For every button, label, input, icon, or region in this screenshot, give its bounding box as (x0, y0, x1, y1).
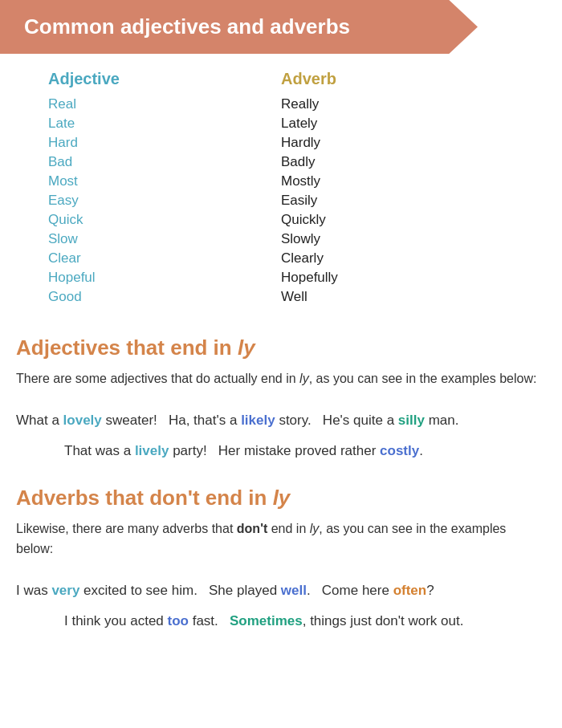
table-row: GoodWell (48, 287, 514, 307)
adverb-column-header: Adverb (281, 70, 514, 95)
adjective-cell: Slow (48, 230, 281, 249)
table-row: EasyEasily (48, 191, 514, 210)
section2-body: Likewise, there are many adverbs that do… (0, 519, 562, 571)
example-line-3: I was very excited to see him. She playe… (16, 577, 546, 604)
section1-body: There are some adjectives that do actual… (0, 368, 562, 401)
table-row: ClearClearly (48, 249, 514, 268)
adverb-cell: Hardly (281, 133, 514, 153)
word-table-section: Adjective Adverb RealReallyLateLatelyHar… (0, 70, 562, 323)
adjective-cell: Late (48, 114, 281, 133)
adverb-cell: Hopefully (281, 268, 514, 287)
table-row: QuickQuickly (48, 210, 514, 230)
word-often: often (393, 583, 427, 598)
adjective-cell: Good (48, 287, 281, 307)
section1-heading: Adjectives that end in ly (0, 323, 562, 368)
word-costly: costly (380, 443, 419, 458)
table-row: RealReally (48, 95, 514, 114)
word-well: well (281, 583, 307, 598)
word-silly: silly (398, 413, 425, 428)
adjective-cell: Bad (48, 153, 281, 172)
word-likely: likely (241, 413, 275, 428)
adverb-cell: Quickly (281, 210, 514, 230)
adverb-cell: Really (281, 95, 514, 114)
adjective-cell: Hard (48, 133, 281, 153)
adverb-cell: Easily (281, 191, 514, 210)
table-row: HardHardly (48, 133, 514, 153)
word-very: very (51, 583, 79, 598)
word-too: too (168, 613, 189, 628)
adverb-cell: Slowly (281, 230, 514, 249)
adjective-cell: Most (48, 172, 281, 191)
word-sometimes: Sometimes (230, 613, 303, 628)
adjective-column-header: Adjective (48, 70, 281, 95)
header-banner: Common adjectives and adverbs (0, 0, 478, 54)
adverb-cell: Badly (281, 153, 514, 172)
adjective-cell: Quick (48, 210, 281, 230)
adjective-cell: Real (48, 95, 281, 114)
table-row: MostMostly (48, 172, 514, 191)
example-line-2: That was a lively party! Her mistake pro… (16, 437, 546, 465)
adverb-cell: Well (281, 287, 514, 307)
adjective-cell: Clear (48, 249, 281, 268)
table-row: LateLately (48, 114, 514, 133)
word-table: Adjective Adverb RealReallyLateLatelyHar… (48, 70, 514, 307)
table-row: BadBadly (48, 153, 514, 172)
example-line-1: What a lovely sweater! Ha, that's a like… (16, 407, 546, 434)
table-row: HopefulHopefully (48, 268, 514, 287)
section2-examples: I was very excited to see him. She playe… (0, 571, 562, 643)
adverb-cell: Lately (281, 114, 514, 133)
adverb-cell: Clearly (281, 249, 514, 268)
adjective-cell: Hopeful (48, 268, 281, 287)
adjective-cell: Easy (48, 191, 281, 210)
table-row: SlowSlowly (48, 230, 514, 249)
example-line-4: I think you acted too fast. Sometimes, t… (16, 608, 546, 635)
word-lively: lively (135, 443, 169, 458)
word-lovely: lovely (63, 413, 102, 428)
adverb-cell: Mostly (281, 172, 514, 191)
section1-examples: What a lovely sweater! Ha, that's a like… (0, 401, 562, 473)
page-title: Common adjectives and adverbs (24, 14, 454, 39)
section2-heading: Adverbs that don't end in ly (0, 473, 562, 519)
